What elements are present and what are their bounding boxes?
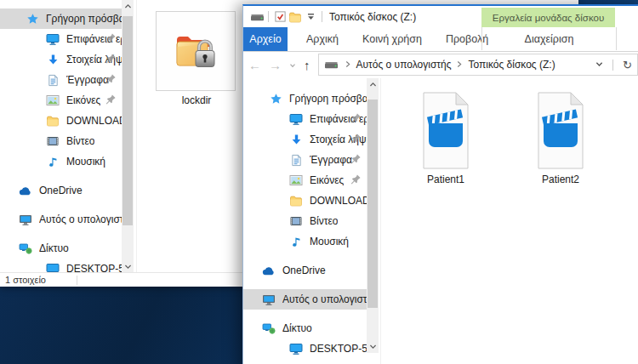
- sidebar-item[interactable]: OneDrive: [243, 260, 367, 281]
- sidebar-item[interactable]: DESKTOP-52MN1: [243, 338, 367, 359]
- sidebar-item-label: DOWNLOADS: [66, 115, 122, 127]
- sidebar-item-label: Γρήγορη πρόσβαση: [46, 13, 122, 25]
- sidebar-item[interactable]: DOWNLOADS: [243, 191, 367, 211]
- music-note-icon: [289, 235, 303, 248]
- sidebar-item-label: Γρήγορη πρόσβαση: [289, 93, 367, 105]
- breadcrumb-chevron-icon: [457, 59, 462, 71]
- breadcrumb-local-disk-z[interactable]: Τοπικός δίσκος (Z:): [468, 59, 555, 71]
- sidebar-item[interactable]: Στοιχεία λήψης: [243, 129, 367, 150]
- sidebar-item[interactable]: Δίκτυο: [0, 238, 122, 259]
- sidebar-item-label: Δίκτυο: [282, 322, 312, 334]
- desktop: { "colors": { "accent_blue": "#2473cf", …: [0, 0, 638, 364]
- monitor-icon: [289, 112, 303, 126]
- music-note-icon: [46, 155, 60, 168]
- check-icon[interactable]: [272, 10, 288, 24]
- sidebar-item-label: Αυτός ο υπολογιστής: [39, 213, 122, 225]
- star-icon: [26, 12, 39, 26]
- sidebar-item-label: Έγγραφα: [310, 154, 352, 166]
- scrollbar-track[interactable]: [122, 13, 134, 260]
- file-list-area[interactable]: Patient1Patient2: [380, 78, 638, 364]
- sidebar-item[interactable]: Βίντεο: [0, 131, 122, 151]
- sidebar-item[interactable]: Έγγραφα: [0, 70, 122, 90]
- back-icon[interactable]: ←: [248, 59, 261, 71]
- cloud-icon: [19, 184, 32, 197]
- document-icon: [289, 153, 303, 167]
- sidebar-item-label: Εικόνες: [310, 174, 344, 186]
- scroll-down-icon[interactable]: [122, 260, 134, 273]
- sidebar-item-label: Μουσική: [310, 236, 349, 247]
- chevron-down-icon[interactable]: [303, 10, 318, 24]
- scrollbar-thumb[interactable]: [122, 16, 133, 225]
- sidebar-item[interactable]: Επιφάνεια εργασίας: [243, 109, 367, 129]
- drive-icon: [324, 58, 339, 71]
- download-arrow-icon: [46, 53, 60, 66]
- sidebar-item[interactable]: Στοιχεία λήψης: [0, 49, 122, 70]
- sidebar-item[interactable]: Γρήγορη πρόσβαση: [0, 9, 122, 29]
- item-count-label: 1 στοιχείο: [5, 275, 46, 285]
- ribbon-tab-bar: Αρχείο Αρχική Κοινή χρήση Προβολή Διαχεί…: [243, 27, 638, 52]
- file-label: Patient1: [415, 173, 476, 185]
- sidebar-item-label: Βίντεο: [66, 135, 94, 147]
- locked-folder-icon: [156, 11, 236, 91]
- scroll-up-icon[interactable]: [122, 0, 134, 13]
- sidebar-item-label: DESKTOP-52MN1: [310, 343, 367, 355]
- scroll-up-icon[interactable]: [367, 78, 379, 91]
- picture-icon: [289, 173, 303, 187]
- file-item[interactable]: Patient1: [415, 92, 476, 185]
- sidebar-item[interactable]: Επιφάνεια εργασίας: [0, 29, 122, 49]
- title-bar[interactable]: Τοπικός δίσκος (Z:) Εργαλεία μονάδας δίσ…: [243, 6, 638, 27]
- sidebar-item[interactable]: OneDrive: [0, 180, 122, 201]
- computer-icon: [19, 213, 32, 226]
- contextual-tab-header: Εργαλεία μονάδας δίσκου: [481, 8, 615, 27]
- network-icon: [262, 321, 276, 335]
- sidebar-item-label: Αυτός ο υπολογιστής: [282, 293, 367, 305]
- tab-home[interactable]: Αρχική: [294, 27, 350, 51]
- sidebar-item-label: Βίντεο: [310, 215, 338, 227]
- address-toolbar: ← → ↑ Αυτός ο υπολογιστής Τοπικός δίσκος…: [243, 52, 638, 77]
- tab-share[interactable]: Κοινή χρήση: [350, 27, 434, 51]
- file-item[interactable]: lockdir: [156, 11, 237, 106]
- video-file-icon: [415, 92, 476, 169]
- window-title: Τοπικός δίσκος (Z:): [329, 11, 416, 23]
- window-content: Γρήγορη πρόσβασηΕπιφάνεια εργασίαςΣτοιχε…: [243, 78, 638, 364]
- folder-icon[interactable]: [288, 10, 303, 24]
- sidebar-item[interactable]: Γρήγορη πρόσβαση: [243, 88, 367, 109]
- sidebar-item[interactable]: Αυτός ο υπολογιστής: [243, 289, 367, 310]
- sidebar-item[interactable]: DESKTOP-52MN1: [0, 259, 122, 273]
- scrollbar-thumb[interactable]: [367, 100, 378, 308]
- address-bar[interactable]: Αυτός ο υπολογιστής Τοπικός δίσκος (Z:) …: [318, 54, 638, 76]
- separator: [322, 11, 322, 22]
- sidebar-item[interactable]: Αυτός ο υπολογιστής: [0, 209, 122, 230]
- pin-icon: [105, 53, 117, 65]
- cloud-icon: [262, 264, 276, 277]
- sidebar-item[interactable]: Δίκτυο: [243, 318, 367, 338]
- scroll-down-icon[interactable]: [367, 340, 379, 353]
- address-dropdown-icon[interactable]: [595, 59, 603, 71]
- film-icon: [46, 134, 60, 148]
- refresh-icon[interactable]: ↻: [623, 59, 632, 71]
- breadcrumb-this-pc[interactable]: Αυτός ο υπολογιστής: [356, 59, 452, 71]
- download-arrow-icon: [289, 133, 303, 146]
- tab-manage[interactable]: Διαχείριση: [481, 27, 617, 50]
- scrollbar-track[interactable]: [367, 91, 379, 340]
- file-item[interactable]: Patient2: [530, 92, 591, 185]
- separator: [612, 60, 613, 71]
- sidebar-item[interactable]: Εικόνες: [243, 170, 367, 191]
- sidebar-item[interactable]: Έγγραφα: [243, 150, 367, 170]
- separator: [268, 11, 269, 22]
- sidebar-item[interactable]: Μουσική: [243, 231, 367, 252]
- pin-icon: [105, 73, 117, 85]
- sidebar-scrollbar[interactable]: [367, 78, 379, 353]
- sidebar-item[interactable]: Εικόνες: [0, 90, 122, 111]
- sidebar-item-label: DOWNLOADS: [310, 195, 367, 207]
- sidebar-item[interactable]: DOWNLOADS: [0, 111, 122, 131]
- recent-locations-icon[interactable]: [289, 57, 296, 72]
- up-icon[interactable]: ↑: [304, 59, 310, 71]
- tab-file[interactable]: Αρχείο: [243, 27, 288, 51]
- sidebar-item-label: OneDrive: [39, 185, 83, 196]
- sidebar-item[interactable]: Βίντεο: [243, 211, 367, 231]
- pin-icon: [105, 32, 117, 44]
- sidebar-item[interactable]: Μουσική: [0, 151, 122, 172]
- sidebar-scrollbar[interactable]: [122, 0, 134, 273]
- forward-icon[interactable]: →: [269, 59, 282, 71]
